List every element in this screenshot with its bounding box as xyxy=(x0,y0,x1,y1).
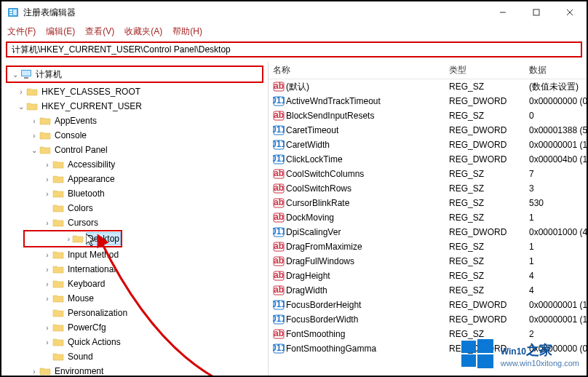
menu-view[interactable]: 查看(V) xyxy=(85,25,114,38)
list-item[interactable]: 011FocusBorderWidth REG_DWORD 0x00000001… xyxy=(269,312,587,327)
chevron-down-icon[interactable]: ⌄ xyxy=(10,71,20,79)
list-item[interactable]: 011FontSmoothingGamma REG_DWORD 0x000000… xyxy=(269,341,587,356)
list-item[interactable]: 011DpiScalingVer REG_DWORD 0x00001000 (4… xyxy=(269,225,587,239)
tree-label: AppEvents xyxy=(53,114,98,127)
value-type: REG_SZ xyxy=(445,213,525,223)
tree-node-hkcu[interactable]: ⌄ HKEY_CURRENT_USER xyxy=(1,99,268,114)
tree-node-cursors[interactable]: › Cursors xyxy=(1,215,268,230)
chevron-right-icon[interactable]: › xyxy=(42,266,52,274)
chevron-right-icon[interactable]: › xyxy=(42,190,52,198)
tree-node-quick-actions[interactable]: › Quick Actions xyxy=(1,335,268,349)
minimize-button[interactable] xyxy=(486,1,520,23)
value-name: DragFromMaximize xyxy=(286,242,362,252)
value-name: FocusBorderHeight xyxy=(286,300,361,310)
chevron-right-icon[interactable]: › xyxy=(65,235,72,243)
chevron-icon[interactable]: ⌄ xyxy=(29,146,39,154)
string-value-icon: ab xyxy=(273,270,285,282)
value-name: BlockSendInputResets xyxy=(286,111,374,121)
string-value-icon: ab xyxy=(273,81,285,92)
folder-icon xyxy=(52,250,64,260)
annotation-highlight-root: ⌄ 计算机 xyxy=(6,66,263,83)
tree-node-desktop[interactable]: › Desktop xyxy=(25,231,121,246)
value-name: ActiveWndTrackTimeout xyxy=(286,96,381,106)
annotation-highlight-desktop: › Desktop xyxy=(23,230,122,247)
list-item[interactable]: abBlockSendInputResets REG_SZ 0 xyxy=(269,108,587,123)
menu-favorites[interactable]: 收藏夹(A) xyxy=(124,25,162,38)
tree-label: Appearance xyxy=(66,172,116,186)
list-item[interactable]: abDragFromMaximize REG_SZ 1 xyxy=(269,239,587,254)
chevron-right-icon[interactable]: › xyxy=(42,324,52,332)
folder-icon xyxy=(52,293,64,303)
tree-node-bluetooth[interactable]: › Bluetooth xyxy=(1,186,268,201)
tree-node-sound[interactable]: Sound xyxy=(1,349,268,364)
registry-tree[interactable]: ⌄ 计算机 › HKEY_CLASSES_ROOT ⌄ HKEY_CURRENT… xyxy=(1,66,268,376)
chevron-right-icon[interactable]: › xyxy=(42,295,52,303)
tree-node-powercfg[interactable]: › PowerCfg xyxy=(1,320,268,335)
list-item[interactable]: abDragWidth REG_SZ 4 xyxy=(269,283,587,298)
tree-node[interactable]: › AppEvents xyxy=(1,114,268,128)
tree-node[interactable]: › Console xyxy=(1,128,268,143)
list-item[interactable]: abFontSmoothing REG_SZ 2 xyxy=(269,327,587,341)
chevron-right-icon[interactable]: › xyxy=(42,280,52,288)
menu-help[interactable]: 帮助(H) xyxy=(172,25,202,38)
chevron-right-icon[interactable]: › xyxy=(16,88,26,96)
list-item[interactable]: ab(默认) REG_SZ (数值未设置) xyxy=(269,79,587,94)
list-item[interactable]: 011FocusBorderHeight REG_DWORD 0x0000000… xyxy=(269,298,587,312)
tree-node-colors[interactable]: Colors xyxy=(1,201,268,215)
chevron-right-icon[interactable]: › xyxy=(42,251,52,259)
maximize-button[interactable] xyxy=(520,1,553,23)
close-button[interactable] xyxy=(553,1,587,23)
chevron-icon[interactable]: › xyxy=(29,132,39,140)
list-body[interactable]: ab(默认) REG_SZ (数值未设置) 011ActiveWndTrackT… xyxy=(269,79,587,356)
string-value-icon: ab xyxy=(273,285,285,296)
chevron-icon[interactable]: › xyxy=(29,117,39,125)
tree-label: International xyxy=(66,263,117,276)
chevron-right-icon[interactable]: › xyxy=(42,161,52,169)
list-header: 名称 类型 数据 xyxy=(269,62,587,79)
svg-text:011: 011 xyxy=(273,314,285,324)
chevron-right-icon[interactable]: › xyxy=(42,338,52,346)
tree-label: Quick Actions xyxy=(66,336,122,349)
tree-node-personalization[interactable]: Personalization xyxy=(1,306,268,320)
column-header-type[interactable]: 类型 xyxy=(445,64,525,76)
menu-file[interactable]: 文件(F) xyxy=(7,25,36,38)
regedit-app-icon xyxy=(7,7,19,18)
chevron-right-icon[interactable]: › xyxy=(42,175,52,183)
tree-node[interactable]: › Environment xyxy=(1,364,268,376)
list-item[interactable]: abDragFullWindows REG_SZ 1 xyxy=(269,254,587,269)
menu-edit[interactable]: 编辑(E) xyxy=(46,25,75,38)
list-item[interactable]: 011ClickLockTime REG_DWORD 0x000004b0 (1… xyxy=(269,152,587,167)
folder-icon xyxy=(26,87,38,97)
list-item[interactable]: 011CaretTimeout REG_DWORD 0x00001388 (50 xyxy=(269,123,587,138)
column-header-data[interactable]: 数据 xyxy=(525,64,587,76)
list-item[interactable]: abCursorBlinkRate REG_SZ 530 xyxy=(269,196,587,210)
chevron-right-icon[interactable]: › xyxy=(42,219,52,227)
tree-node-keyboard[interactable]: › Keyboard xyxy=(1,277,268,291)
svg-text:ab: ab xyxy=(274,255,284,266)
list-item[interactable]: 011CaretWidth REG_DWORD 0x00000001 (1) xyxy=(269,138,587,152)
tree-node-international[interactable]: › International xyxy=(1,262,268,277)
tree-node[interactable]: ⌄ Control Panel xyxy=(1,143,268,157)
value-name: DpiScalingVer xyxy=(286,227,341,237)
tree-node-computer[interactable]: ⌄ 计算机 xyxy=(7,67,262,82)
tree-node-appearance[interactable]: › Appearance xyxy=(1,172,268,186)
tree-node-input-method[interactable]: › Input Method xyxy=(1,247,268,262)
list-item[interactable]: abCoolSwitchRows REG_SZ 3 xyxy=(269,181,587,196)
tree-node-hkcr[interactable]: › HKEY_CLASSES_ROOT xyxy=(1,84,268,99)
value-data: 0x00001000 (40 xyxy=(525,227,587,237)
tree-node-accessibility[interactable]: › Accessibility xyxy=(1,157,268,172)
chevron-right-icon[interactable]: › xyxy=(29,368,39,376)
column-header-name[interactable]: 名称 xyxy=(269,64,445,76)
tree-node-mouse[interactable]: › Mouse xyxy=(1,291,268,306)
list-item[interactable]: abDragHeight REG_SZ 4 xyxy=(269,269,587,283)
address-bar[interactable]: 计算机\HKEY_CURRENT_USER\Control Panel\Desk… xyxy=(6,41,582,57)
tree-label: Bluetooth xyxy=(66,187,106,200)
chevron-down-icon[interactable]: ⌄ xyxy=(16,103,26,111)
value-name: CaretTimeout xyxy=(286,125,338,135)
list-item[interactable]: abCoolSwitchColumns REG_SZ 7 xyxy=(269,167,587,181)
value-name: DragHeight xyxy=(286,271,330,281)
list-item[interactable]: abDockMoving REG_SZ 1 xyxy=(269,210,587,225)
list-item[interactable]: 011ActiveWndTrackTimeout REG_DWORD 0x000… xyxy=(269,94,587,108)
value-name: DragFullWindows xyxy=(286,256,354,266)
svg-text:ab: ab xyxy=(274,270,284,280)
